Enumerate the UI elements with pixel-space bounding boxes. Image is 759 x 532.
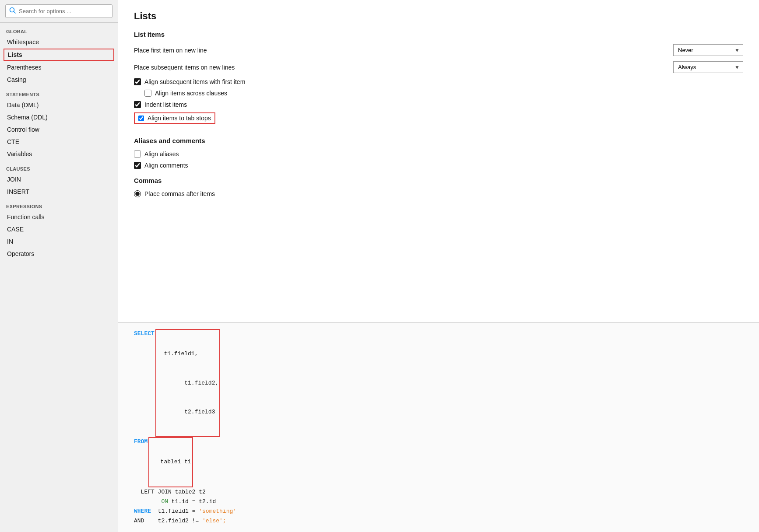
sidebar-item-parentheses[interactable]: Parentheses — [0, 61, 118, 74]
code-line-where: WHERE t1.field1 = 'something' — [134, 507, 743, 516]
indent-list-label: Indent list items — [144, 101, 187, 108]
align-comments-label: Align comments — [144, 162, 188, 169]
align-tab-stops-label: Align items to tab stops — [148, 115, 211, 122]
sidebar: GLOBALWhitespaceListsParenthesesCasingST… — [0, 0, 118, 532]
code-on-expr: t1.id = t2.id — [168, 497, 216, 507]
align-aliases-row: Align aliases — [134, 150, 743, 158]
align-aliases-checkbox[interactable] — [134, 150, 141, 158]
search-bar — [0, 0, 118, 23]
section-label-global: GLOBAL — [0, 23, 118, 36]
list-items-section-title: List items — [134, 31, 743, 38]
search-input[interactable] — [19, 8, 109, 14]
sidebar-item-join[interactable]: JOIN — [0, 173, 118, 186]
code-where-expr: t1.field1 = — [151, 507, 199, 516]
keyword-where: WHERE — [134, 507, 151, 516]
sidebar-item-in[interactable]: IN — [0, 235, 118, 248]
align-tab-stops-highlighted-row: Align items to tab stops — [134, 112, 215, 124]
sidebar-item-lists[interactable]: Lists — [4, 49, 114, 61]
first-item-dropdown[interactable]: Never Always When needed — [673, 44, 743, 56]
align-comments-row: Align comments — [134, 162, 743, 169]
sidebar-item-function-calls[interactable]: Function calls — [0, 211, 118, 223]
commas-after-label: Place commas after items — [144, 190, 215, 197]
align-subsequent-row: Align subsequent items with first item — [134, 78, 743, 85]
code-line-join: LEFT JOIN table2 t2 — [134, 487, 743, 497]
page-title: Lists — [134, 10, 743, 22]
first-item-dropdown-wrapper[interactable]: Never Always When needed ▼ — [673, 44, 743, 56]
section-label-clauses: CLAUSES — [0, 160, 118, 173]
commas-after-row: Place commas after items — [134, 190, 743, 197]
subsequent-dropdown-wrapper[interactable]: Always Never When needed ▼ — [673, 61, 743, 73]
subsequent-items-label: Place subsequent items on new lines — [134, 64, 673, 71]
sidebar-item-cte[interactable]: CTE — [0, 136, 118, 148]
code-line-on: ON t1.id = t2.id — [134, 497, 743, 507]
align-subsequent-label: Align subsequent items with first item — [144, 78, 245, 85]
keyword-on: ON — [161, 497, 168, 507]
code-join: LEFT JOIN table2 t2 — [134, 487, 206, 497]
align-aliases-label: Align aliases — [144, 150, 179, 158]
section-label-statements: STATEMENTS — [0, 86, 118, 99]
code-line-and: AND t2.field2 != 'else'; — [134, 516, 743, 526]
align-comments-checkbox[interactable] — [134, 162, 141, 169]
first-item-row: Place first item on new line Never Alway… — [134, 44, 743, 56]
aliases-section-title: Aliases and comments — [134, 137, 743, 144]
align-across-label: Align items across clauses — [155, 90, 227, 97]
code-line-1: SELECT t1.field1, t1.field2, t2.field3 — [134, 329, 743, 437]
nav-sections: GLOBALWhitespaceListsParenthesesCasingST… — [0, 23, 118, 260]
code-string-something: 'something' — [199, 507, 236, 516]
keyword-select: SELECT — [134, 329, 155, 437]
align-tab-stops-checkbox[interactable] — [138, 116, 144, 121]
sidebar-item-whitespace[interactable]: Whitespace — [0, 36, 118, 48]
sidebar-item-casing[interactable]: Casing — [0, 74, 118, 86]
code-string-else: 'else'; — [202, 516, 226, 526]
subsequent-items-row: Place subsequent items on new lines Alwa… — [134, 61, 743, 73]
search-icon — [9, 7, 16, 15]
section-label-expressions: EXPRESSIONS — [0, 198, 118, 211]
code-and-expr: t2.field2 != — [144, 516, 202, 526]
code-on-indent — [134, 497, 161, 507]
keyword-from: FROM — [134, 437, 148, 487]
code-line-from: FROM table1 t1 — [134, 437, 743, 487]
code-highlighted-block: t1.field1, t1.field2, t2.field3 — [155, 329, 220, 437]
search-input-wrapper[interactable] — [5, 4, 112, 18]
content-area: Lists List items Place first item on new… — [118, 0, 759, 322]
subsequent-dropdown[interactable]: Always Never When needed — [673, 61, 743, 73]
keyword-and: AND — [134, 516, 144, 526]
commas-section-title: Commas — [134, 177, 743, 184]
align-across-row: Align items across clauses — [144, 90, 743, 97]
sidebar-item-insert[interactable]: INSERT — [0, 186, 118, 198]
code-preview: SELECT t1.field1, t1.field2, t2.field3 F… — [118, 322, 759, 532]
sidebar-item-variables[interactable]: Variables — [0, 148, 118, 160]
sidebar-item-data-dml[interactable]: Data (DML) — [0, 99, 118, 111]
indent-list-checkbox[interactable] — [134, 101, 141, 108]
sidebar-item-operators[interactable]: Operators — [0, 248, 118, 260]
sidebar-item-control-flow[interactable]: Control flow — [0, 123, 118, 136]
svg-line-1 — [14, 12, 16, 14]
main-area: Lists List items Place first item on new… — [118, 0, 759, 532]
first-item-label: Place first item on new line — [134, 47, 673, 54]
align-across-checkbox[interactable] — [144, 90, 151, 97]
align-subsequent-checkbox[interactable] — [134, 78, 141, 85]
sidebar-item-schema-ddl[interactable]: Schema (DDL) — [0, 111, 118, 123]
code-from-block: table1 t1 — [148, 437, 193, 487]
sidebar-item-case[interactable]: CASE — [0, 223, 118, 235]
commas-after-radio[interactable] — [134, 190, 141, 197]
indent-list-items-row: Indent list items — [134, 101, 743, 108]
